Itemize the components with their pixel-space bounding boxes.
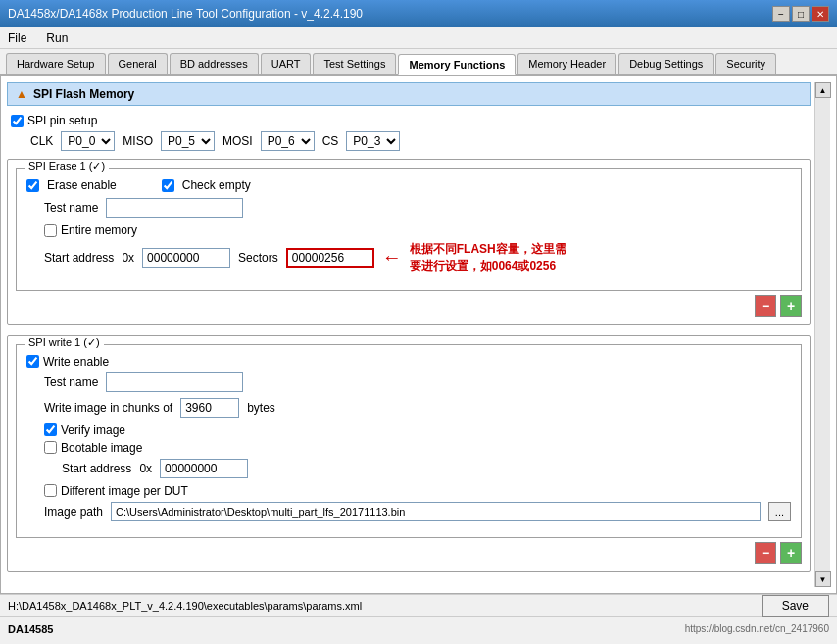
menu-bar: File Run <box>0 27 837 49</box>
scrollbar[interactable]: ▲ ▼ <box>814 82 830 587</box>
content-area: ▲ SPI Flash Memory SPI pin setup CLK P0_… <box>7 82 814 587</box>
test-name-input[interactable] <box>106 198 243 218</box>
sectors-label: Sectors <box>238 251 278 265</box>
test-name-row: Test name <box>26 198 791 218</box>
erase-enable-checkbox[interactable] <box>26 179 39 192</box>
image-path-input[interactable] <box>111 502 761 521</box>
check-empty-checkbox[interactable] <box>162 179 174 192</box>
diff-image-checkbox[interactable] <box>44 484 57 497</box>
diff-image-row: Different image per DUT <box>44 484 791 498</box>
erase-minus-button[interactable]: − <box>755 295 776 317</box>
image-path-label: Image path <box>44 505 103 519</box>
spi-write-title: SPI write 1 (✓) <box>25 336 104 349</box>
cs-select[interactable]: P0_3P0_1P0_2 <box>346 131 400 151</box>
image-path-row: Image path ... <box>44 502 791 521</box>
clk-select[interactable]: P0_0P0_1P0_2 <box>61 131 115 151</box>
write-test-name-input[interactable] <box>106 372 243 392</box>
start-address-row: Start address 0x Sectors ← 根据不同FLASH容量，这… <box>44 241 791 274</box>
write-plus-button[interactable]: + <box>780 542 802 564</box>
start-address-prefix: 0x <box>122 251 134 265</box>
test-name-label: Test name <box>44 201 98 215</box>
cs-label: CS <box>322 134 339 148</box>
erase-plus-button[interactable]: + <box>780 295 802 317</box>
spi-erase-section: SPI Erase 1 (✓) Erase enable Check empty… <box>7 159 811 325</box>
tab-security[interactable]: Security <box>715 53 776 74</box>
save-button[interactable]: Save <box>762 595 829 617</box>
miso-select[interactable]: P0_5P0_1P0_2 <box>161 131 215 151</box>
url-label: https://blog.csdn.net/cn_2417960 <box>685 623 829 634</box>
check-empty-label: Check empty <box>182 178 251 192</box>
spi-write-section: SPI write 1 (✓) Write enable Test name W… <box>7 335 811 572</box>
main-content: ▲ SPI Flash Memory SPI pin setup CLK P0_… <box>0 75 837 594</box>
bootable-image-label: Bootable image <box>61 441 142 455</box>
write-start-address-prefix: 0x <box>139 462 152 475</box>
entire-memory-row: Entire memory <box>44 223 791 237</box>
scroll-down-button[interactable]: ▼ <box>815 571 831 587</box>
clk-label: CLK <box>30 134 53 148</box>
tab-memory-functions[interactable]: Memory Functions <box>398 54 516 75</box>
write-start-address-label: Start address <box>62 462 131 475</box>
tab-uart[interactable]: UART <box>261 53 312 74</box>
write-chunks-input[interactable] <box>180 398 239 418</box>
start-address-label: Start address <box>44 251 114 265</box>
verify-image-label: Verify image <box>61 423 125 437</box>
window-title: DA1458x/DA1468x Production Line Tool Con… <box>8 7 363 21</box>
maximize-button[interactable]: □ <box>792 6 810 22</box>
spi-pin-setup-checkbox[interactable] <box>11 115 24 127</box>
write-enable-label: Write enable <box>43 355 109 369</box>
pin-config-row: CLK P0_0P0_1P0_2 MISO P0_5P0_1P0_2 MOSI … <box>30 131 807 151</box>
sectors-input[interactable] <box>286 248 374 268</box>
write-test-name-row: Test name <box>44 372 791 392</box>
write-chunks-row: Write image in chunks of bytes <box>44 398 791 418</box>
mosi-label: MOSI <box>222 134 253 148</box>
write-enable-checkbox[interactable] <box>26 355 39 368</box>
bottom-bar: DA14585 https://blog.csdn.net/cn_2417960 <box>0 616 837 641</box>
tab-bd-addresses[interactable]: BD addresses <box>170 53 259 74</box>
write-start-address-row: Start address 0x <box>62 459 791 478</box>
menu-run[interactable]: Run <box>42 29 72 47</box>
spi-pin-setup-section: SPI pin setup CLK P0_0P0_1P0_2 MISO P0_5… <box>7 114 811 151</box>
write-chunks-label: Write image in chunks of <box>44 401 172 415</box>
bootable-image-checkbox[interactable] <box>44 441 57 454</box>
window-controls: − □ ✕ <box>772 6 829 22</box>
browse-button[interactable]: ... <box>768 502 791 521</box>
write-test-name-label: Test name <box>44 375 98 389</box>
annotation-text: 根据不同FLASH容量，这里需要进行设置，如0064或0256 <box>410 241 566 274</box>
spi-erase-title: SPI Erase 1 (✓) <box>25 160 109 173</box>
spi-pin-setup-row: SPI pin setup <box>11 114 807 127</box>
tab-hardware-setup[interactable]: Hardware Setup <box>6 53 106 74</box>
spi-write-box: SPI write 1 (✓) Write enable Test name W… <box>16 344 802 538</box>
status-path: H:\DA1458x_DA1468x_PLT_v_4.2.4.190\execu… <box>8 600 362 612</box>
tab-debug-settings[interactable]: Debug Settings <box>618 53 714 74</box>
status-bar: H:\DA1458x_DA1468x_PLT_v_4.2.4.190\execu… <box>0 594 837 616</box>
title-bar: DA1458x/DA1468x Production Line Tool Con… <box>0 0 837 27</box>
bootable-image-row: Bootable image <box>44 441 791 455</box>
diff-image-label: Different image per DUT <box>61 484 188 498</box>
verify-image-checkbox[interactable] <box>44 423 57 436</box>
miso-label: MISO <box>123 134 153 148</box>
erase-enable-label: Erase enable <box>47 178 117 192</box>
tab-test-settings[interactable]: Test Settings <box>313 53 396 74</box>
mosi-select[interactable]: P0_6P0_1P0_2 <box>261 131 315 151</box>
erase-options-row: Erase enable Check empty <box>26 178 791 192</box>
start-address-input[interactable] <box>142 248 230 268</box>
spi-erase-box: SPI Erase 1 (✓) Erase enable Check empty… <box>16 168 802 291</box>
arrow-icon: ← <box>382 246 402 269</box>
warning-icon: ▲ <box>16 87 27 101</box>
spi-pin-setup-label: SPI pin setup <box>27 114 97 127</box>
write-minus-button[interactable]: − <box>755 542 776 564</box>
verify-image-row: Verify image <box>44 423 791 437</box>
tab-general[interactable]: General <box>108 53 168 74</box>
minimize-button[interactable]: − <box>772 6 790 22</box>
tab-memory-header[interactable]: Memory Header <box>517 53 616 74</box>
menu-file[interactable]: File <box>4 29 30 47</box>
write-enable-row: Write enable <box>26 355 791 369</box>
close-button[interactable]: ✕ <box>812 6 829 22</box>
entire-memory-checkbox[interactable] <box>44 224 57 237</box>
erase-btn-row: − + <box>16 295 802 317</box>
write-start-address-input[interactable] <box>160 459 248 478</box>
spi-flash-header: ▲ SPI Flash Memory <box>7 82 811 106</box>
write-chunks-suffix: bytes <box>247 401 275 415</box>
spi-flash-title: SPI Flash Memory <box>33 87 134 101</box>
scroll-up-button[interactable]: ▲ <box>815 82 831 98</box>
